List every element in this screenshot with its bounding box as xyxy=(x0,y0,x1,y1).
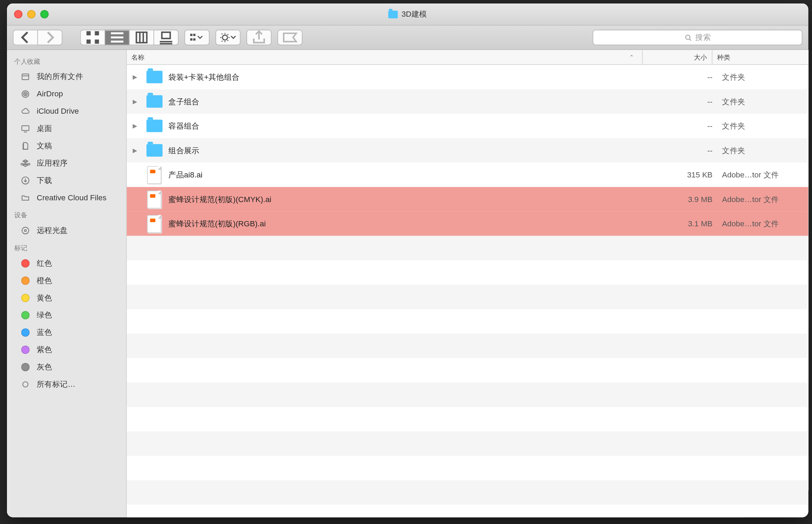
edit-tags-button[interactable] xyxy=(277,30,302,45)
sidebar-item[interactable]: 文稿 xyxy=(7,137,126,154)
empty-row xyxy=(127,358,809,383)
traffic-lights xyxy=(7,10,48,18)
sidebar-item[interactable]: 下载 xyxy=(7,172,126,189)
sidebar-item[interactable]: 橙色 xyxy=(7,272,126,289)
file-row[interactable]: ▶袋装+卡装+其他组合--文件夹 xyxy=(127,65,809,89)
sidebar-item-label: 蓝色 xyxy=(37,327,52,338)
sidebar-item-label: 绿色 xyxy=(37,309,52,320)
tag-icon xyxy=(20,344,31,355)
back-button[interactable] xyxy=(13,30,37,45)
sidebar-item-label: 灰色 xyxy=(37,361,52,372)
view-coverflow-button[interactable] xyxy=(153,30,178,45)
file-name: 蜜蜂设计规范(初版)(CMYK).ai xyxy=(168,194,271,205)
arrange-group xyxy=(185,30,210,45)
sidebar-item[interactable]: 黄色 xyxy=(7,289,126,306)
empty-row xyxy=(127,480,809,505)
search-placeholder: 搜索 xyxy=(695,32,711,43)
folder-icon xyxy=(146,117,162,134)
svg-rect-4 xyxy=(162,32,170,38)
sidebar-item[interactable]: 远程光盘 xyxy=(7,222,126,239)
sort-indicator-icon: ⌃ xyxy=(627,54,637,60)
sidebar-item[interactable]: 所有标记… xyxy=(7,375,126,393)
window-title-text: 3D建模 xyxy=(401,9,427,19)
fullscreen-button[interactable] xyxy=(40,10,48,18)
file-size: -- xyxy=(653,146,717,155)
window-title: 3D建模 xyxy=(7,9,808,19)
view-switcher xyxy=(80,30,179,45)
file-row[interactable]: ▶组合展示--文件夹 xyxy=(127,138,809,163)
sidebar-item[interactable]: 蓝色 xyxy=(7,324,126,341)
empty-row xyxy=(127,505,809,517)
ai-file-icon xyxy=(146,215,162,232)
sidebar-item-label: 黄色 xyxy=(37,292,52,303)
forward-button[interactable] xyxy=(37,30,62,45)
file-size: 315 KB xyxy=(653,171,717,180)
sidebar-section-label: 个人收藏 xyxy=(7,52,126,68)
sidebar-item[interactable]: 灰色 xyxy=(7,358,126,375)
file-kind: 文件夹 xyxy=(717,72,808,82)
tag-icon xyxy=(20,309,31,320)
action-button[interactable] xyxy=(215,30,240,45)
file-row[interactable]: ▶容器组合--文件夹 xyxy=(127,114,809,138)
svg-point-14 xyxy=(25,93,26,95)
svg-rect-5 xyxy=(190,34,193,36)
search-icon xyxy=(684,34,692,41)
file-kind: Adobe…tor 文件 xyxy=(717,169,808,180)
sidebar-item[interactable]: 红色 xyxy=(7,254,126,272)
empty-row xyxy=(127,236,809,261)
minimize-button[interactable] xyxy=(27,10,35,18)
disclosure-triangle-icon[interactable]: ▶ xyxy=(133,98,140,105)
file-row[interactable]: ▶盒子组合--文件夹 xyxy=(127,89,809,114)
file-row[interactable]: ▶蜜蜂设计规范(初版)(CMYK).ai3.9 MBAdobe…tor 文件 xyxy=(127,187,809,212)
folder-icon xyxy=(146,69,162,85)
disclosure-triangle-icon[interactable]: ▶ xyxy=(133,74,140,80)
sidebar-item-label: 橙色 xyxy=(37,275,52,286)
column-header-size[interactable]: 大小 xyxy=(643,50,712,64)
sidebar-item-label: 红色 xyxy=(37,258,52,269)
sidebar-item[interactable]: iCloud Drive xyxy=(7,103,126,120)
share-button[interactable] xyxy=(246,30,271,45)
folder-icon xyxy=(146,142,162,159)
file-row[interactable]: ▶产品ai8.ai315 KBAdobe…tor 文件 xyxy=(127,163,809,187)
file-size: 3.9 MB xyxy=(653,195,717,204)
svg-rect-0 xyxy=(87,31,91,35)
sidebar-section-label: 标记 xyxy=(7,239,126,254)
sidebar-item[interactable]: Creative Cloud Files xyxy=(7,189,126,206)
column-header-name[interactable]: 名称 ⌃ xyxy=(127,50,643,64)
airdrop-icon xyxy=(20,88,31,99)
sidebar-item[interactable]: 应用程序 xyxy=(7,154,126,172)
sidebar-item[interactable]: 紫色 xyxy=(7,341,126,358)
sidebar-item[interactable]: AirDrop xyxy=(7,85,126,103)
svg-point-9 xyxy=(222,35,227,40)
sidebar-item[interactable]: 绿色 xyxy=(7,306,126,324)
file-size: -- xyxy=(653,122,717,131)
sidebar-item[interactable]: 桌面 xyxy=(7,120,126,137)
svg-point-10 xyxy=(685,35,690,39)
sidebar-item[interactable]: 我的所有文件 xyxy=(7,68,126,85)
empty-row xyxy=(127,334,809,358)
arrange-button[interactable] xyxy=(185,30,210,45)
file-size: 3.1 MB xyxy=(653,219,717,228)
view-column-button[interactable] xyxy=(129,30,154,45)
finder-window: 3D建模 xyxy=(7,3,808,517)
file-kind: 文件夹 xyxy=(717,96,808,107)
sidebar-item-label: 文稿 xyxy=(37,140,52,151)
disclosure-triangle-icon[interactable]: ▶ xyxy=(133,147,140,154)
close-button[interactable] xyxy=(14,10,23,18)
column-header-kind[interactable]: 种类 xyxy=(712,50,808,64)
view-icon-button[interactable] xyxy=(80,30,105,45)
sidebar-item-label: 下载 xyxy=(37,175,52,186)
view-list-button[interactable] xyxy=(105,30,129,45)
sidebar-item-label: 远程光盘 xyxy=(37,225,68,236)
search-input[interactable]: 搜索 xyxy=(593,30,802,45)
file-rows-container[interactable]: ▶袋装+卡装+其他组合--文件夹▶盒子组合--文件夹▶容器组合--文件夹▶组合展… xyxy=(127,65,809,517)
titlebar[interactable]: 3D建模 xyxy=(7,3,808,26)
ai-file-icon xyxy=(146,191,162,208)
share-group xyxy=(246,30,271,45)
downloads-icon xyxy=(20,175,31,186)
sidebar-item-label: iCloud Drive xyxy=(37,107,79,116)
apps-icon xyxy=(20,158,31,168)
disclosure-triangle-icon[interactable]: ▶ xyxy=(133,123,140,129)
file-row[interactable]: ▶蜜蜂设计规范(初版)(RGB).ai3.1 MBAdobe…tor 文件 xyxy=(127,211,809,236)
tag-icon xyxy=(20,275,31,286)
